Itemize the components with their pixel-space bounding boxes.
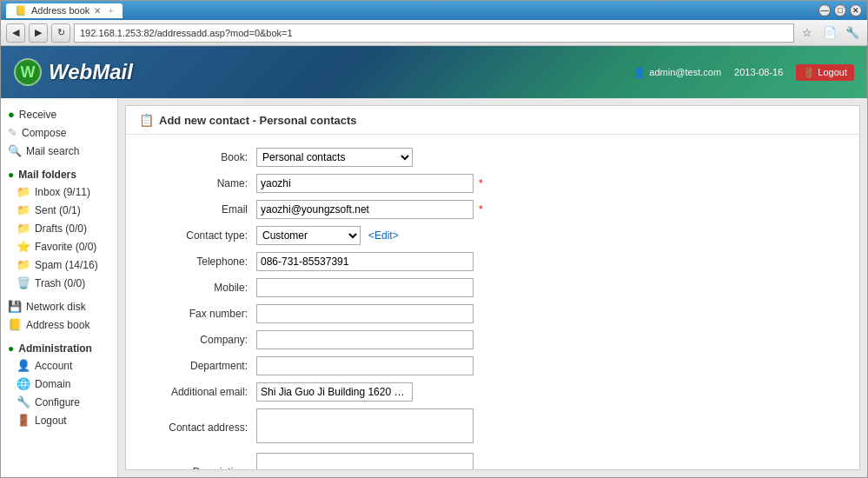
minimize-button[interactable]: —	[818, 4, 831, 17]
logo-text: WebMail	[49, 60, 133, 84]
compose-label: Compose	[22, 127, 66, 139]
receive-icon: ●	[8, 108, 15, 121]
contact-type-select[interactable]: Customer	[256, 226, 361, 245]
user-icon: 👤	[633, 67, 646, 78]
app-header: W WebMail 👤 admin@test.com 2013-08-16 🚪 …	[1, 46, 867, 98]
favorite-icon: ⭐	[17, 240, 30, 253]
department-control	[256, 356, 500, 375]
inbox-icon: 📁	[17, 185, 30, 198]
header-user: 👤 admin@test.com	[633, 67, 721, 78]
email-required: *	[479, 203, 483, 216]
book-select[interactable]: Personal contacts	[256, 148, 413, 167]
telephone-row: Telephone:	[143, 252, 842, 271]
account-label: Account	[35, 360, 72, 372]
contact-type-edit-link[interactable]: <Edit>	[368, 229, 399, 242]
book-row: Book: Personal contacts	[143, 148, 842, 167]
sent-icon: 📁	[17, 203, 30, 216]
browser-tab[interactable]: 📒 Address book ✕ +	[6, 3, 123, 18]
account-icon: 👤	[17, 359, 30, 372]
mail-search-label: Mail search	[26, 145, 79, 157]
back-button[interactable]: ◀	[6, 23, 25, 43]
window-controls: — □ ✕	[818, 4, 862, 17]
sidebar-item-address-book[interactable]: 📒 Address book	[1, 315, 117, 334]
refresh-button[interactable]: ↻	[51, 23, 70, 43]
contact-address-control	[256, 408, 500, 446]
telephone-control	[256, 252, 500, 271]
logout-icon: 🚪	[803, 67, 815, 78]
company-row: Company:	[143, 330, 842, 349]
description-row: Description:	[143, 453, 842, 470]
domain-icon: 🌐	[17, 377, 30, 390]
sidebar-item-trash[interactable]: 🗑️ Trash (0/0)	[1, 274, 117, 292]
forward-button[interactable]: ▶	[29, 23, 48, 43]
company-input[interactable]	[256, 330, 474, 349]
book-control: Personal contacts	[256, 148, 500, 167]
email-control: *	[256, 200, 500, 219]
new-tab-button[interactable]: +	[108, 5, 113, 16]
sidebar-item-favorite[interactable]: ⭐ Favorite (0/0)	[1, 237, 117, 256]
sidebar-item-configure[interactable]: 🔧 Configure	[1, 393, 117, 411]
sidebar-item-account[interactable]: 👤 Account	[1, 356, 117, 375]
form-header-icon: 📋	[139, 113, 154, 127]
description-label: Description:	[143, 466, 256, 471]
drafts-label: Drafts (0/0)	[35, 222, 87, 235]
tab-title: Address book	[31, 5, 89, 16]
mail-folders-label: Mail folders	[18, 169, 76, 181]
sidebar: ● Receive ✎ Compose 🔍 Mail search ● Mail…	[1, 98, 118, 477]
star-icon[interactable]: ☆	[798, 23, 817, 43]
name-required: *	[479, 177, 483, 189]
sidebar-item-mail-search[interactable]: 🔍 Mail search	[1, 142, 117, 160]
inbox-label: Inbox (9/11)	[35, 186, 90, 198]
email-input[interactable]	[256, 200, 474, 219]
description-input[interactable]	[256, 453, 474, 470]
trash-label: Trash (0/0)	[35, 277, 85, 289]
tools-icon[interactable]: 🔧	[843, 23, 862, 43]
sidebar-item-inbox[interactable]: 📁 Inbox (9/11)	[1, 183, 117, 201]
configure-label: Configure	[35, 396, 80, 408]
sidebar-item-drafts[interactable]: 📁 Drafts (0/0)	[1, 219, 117, 237]
sidebar-item-sent[interactable]: 📁 Sent (0/1)	[1, 201, 117, 219]
contact-address-input[interactable]	[256, 408, 474, 443]
description-control	[256, 453, 500, 470]
fax-label: Fax number:	[143, 308, 256, 320]
url-text: 192.168.1.253:82/addressadd.asp?mod=0&bo…	[80, 28, 293, 38]
fax-input[interactable]	[256, 304, 474, 323]
administration-label: Administration	[18, 342, 92, 355]
address-bar[interactable]: 192.168.1.253:82/addressadd.asp?mod=0&bo…	[74, 23, 794, 43]
nav-bar: ◀ ▶ ↻ 192.168.1.253:82/addressadd.asp?mo…	[1, 20, 867, 46]
tab-icon: 📒	[15, 5, 27, 17]
header-logout-button[interactable]: 🚪 Logout	[796, 64, 854, 81]
folder-section-icon: ●	[8, 169, 14, 181]
header-right: 👤 admin@test.com 2013-08-16 🚪 Logout	[633, 64, 854, 81]
browser-window: 📒 Address book ✕ + — □ ✕ ◀ ▶ ↻ 192.168.1…	[0, 0, 868, 478]
sidebar-item-network-disk[interactable]: 💾 Network disk	[1, 297, 117, 315]
close-button[interactable]: ✕	[850, 4, 862, 17]
administration-section[interactable]: ● Administration	[1, 339, 117, 356]
mobile-row: Mobile:	[143, 278, 842, 297]
maximize-button[interactable]: □	[834, 4, 846, 17]
compose-icon: ✎	[8, 126, 17, 139]
tab-close-button[interactable]: ✕	[94, 6, 101, 16]
name-input[interactable]	[256, 174, 474, 193]
sidebar-item-domain[interactable]: 🌐 Domain	[1, 375, 117, 393]
contact-address-row: Contact address:	[143, 408, 842, 446]
sidebar-item-receive[interactable]: ● Receive	[1, 105, 117, 123]
additional-email-input[interactable]	[256, 382, 413, 402]
address-book-label: Address book	[26, 319, 89, 331]
department-input[interactable]	[256, 356, 474, 375]
company-control	[256, 330, 500, 349]
telephone-input[interactable]	[256, 252, 474, 271]
mail-folders-section[interactable]: ● Mail folders	[1, 165, 117, 183]
sidebar-item-spam[interactable]: 📁 Spam (14/16)	[1, 256, 117, 274]
drafts-icon: 📁	[17, 222, 30, 235]
name-row: Name: *	[143, 174, 842, 193]
sidebar-item-logout[interactable]: 🚪 Logout	[1, 411, 117, 429]
title-bar-left: 📒 Address book ✕ +	[6, 3, 123, 18]
page-icon[interactable]: 📄	[820, 23, 839, 43]
mobile-input[interactable]	[256, 278, 474, 297]
sidebar-item-compose[interactable]: ✎ Compose	[1, 123, 117, 142]
fax-row: Fax number:	[143, 304, 842, 323]
favorite-label: Favorite (0/0)	[35, 241, 96, 253]
fax-control	[256, 304, 500, 323]
department-row: Department:	[143, 356, 842, 375]
